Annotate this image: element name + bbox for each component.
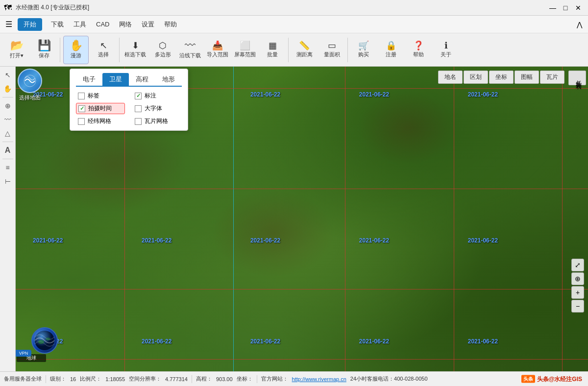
about-button[interactable]: ℹ 关于 xyxy=(433,36,459,64)
dropdown-tab-terrain[interactable]: 地形 xyxy=(155,73,182,86)
left-sidebar: ↖ ✋ ⊕ 〰 △ A ≡ ⊢ xyxy=(0,67,16,371)
hamburger-button[interactable]: ☰ xyxy=(2,18,16,31)
hamburger-icon: ☰ xyxy=(5,20,12,29)
coord-label: 坐标： xyxy=(237,375,253,383)
line-download-button[interactable]: 〰 沿线下载 xyxy=(177,36,203,64)
dropdown-tab-satellite[interactable]: 卫星 xyxy=(102,73,129,86)
option-tile-grid[interactable]: 瓦片网格 xyxy=(133,116,182,126)
sidebar-crosshair-button[interactable]: ⊕ xyxy=(1,99,14,112)
map-zoom-in-button[interactable]: + xyxy=(571,286,584,299)
terrain-patch-2 xyxy=(212,189,334,277)
option-capture-time-text: 拍摄时间 xyxy=(88,104,112,113)
close-button[interactable]: ✕ xyxy=(572,2,584,13)
measure-dist-button[interactable]: 📏 测距离 xyxy=(292,36,317,64)
dropdown-tab-electronic[interactable]: 电子 xyxy=(76,73,102,86)
globe-circle[interactable] xyxy=(31,327,58,354)
menu-network[interactable]: 网络 xyxy=(114,18,137,31)
menu-download[interactable]: 下载 xyxy=(46,18,69,31)
date-label-r3-c2: 2021-06-22 xyxy=(142,338,172,345)
server-label: 备用服务器全球 xyxy=(4,375,42,383)
menu-start-button[interactable]: 开始 xyxy=(18,18,42,31)
menu-help[interactable]: 帮助 xyxy=(159,18,182,31)
option-capture-time[interactable]: 拍摄时间 xyxy=(76,103,125,114)
menubar: ☰ 开始 下载 工具 CAD 网络 设置 帮助 ⋀ xyxy=(0,16,588,33)
sidebar-area-button[interactable]: △ xyxy=(1,127,14,140)
measure-dist-label: 测距离 xyxy=(296,51,313,58)
box-download-button[interactable]: ⬇ 框选下载 xyxy=(122,36,148,64)
buy-button[interactable]: 🛒 购买 xyxy=(351,36,376,64)
checkbox-large-font[interactable] xyxy=(135,105,142,112)
scale-value: 1:18055 xyxy=(105,376,125,382)
toolbar-sep-1 xyxy=(60,38,60,62)
sidebar-text-button[interactable]: A xyxy=(1,144,14,157)
option-annotation[interactable]: 标注 xyxy=(133,91,182,101)
sidebar-pointer-button[interactable]: ↖ xyxy=(1,69,14,81)
task-list-button[interactable]: 任务列表 xyxy=(568,71,586,85)
maximize-button[interactable]: □ xyxy=(560,2,571,13)
terrain-patch-3 xyxy=(359,91,457,165)
vpn-badge[interactable]: VPN xyxy=(16,350,31,357)
menu-cad[interactable]: CAD xyxy=(91,19,114,30)
select-map-label: 选择地图 xyxy=(19,94,41,101)
measure-area-button[interactable]: ▭ 量面积 xyxy=(319,36,344,64)
map-tab-placename[interactable]: 地名 xyxy=(438,71,463,84)
map-area[interactable]: 2021-06-22 2021-06-22 2021-06-22 2021-06… xyxy=(16,67,588,371)
map-tab-sheet[interactable]: 图幅 xyxy=(514,71,539,84)
website-label: 官方网站： xyxy=(261,375,288,383)
import-range-button[interactable]: 📥 导入范围 xyxy=(205,36,230,64)
screen-range-button[interactable]: ⬜ 屏幕范围 xyxy=(232,36,258,64)
open-button[interactable]: 📂 打开▾ xyxy=(4,36,29,64)
map-zoom-out-button[interactable]: − xyxy=(571,300,584,313)
register-button[interactable]: 🔒 注册 xyxy=(378,36,404,64)
select-map-wrapper: 选择地图 xyxy=(18,69,42,101)
website-link[interactable]: http://www.rivermap.cn xyxy=(292,376,346,382)
help-button[interactable]: ❓ 帮助 xyxy=(406,36,431,64)
map-compass-button[interactable]: ⊕ xyxy=(571,272,584,285)
level-label: 级别： xyxy=(50,375,66,383)
menu-tools[interactable]: 工具 xyxy=(69,18,91,31)
collapse-button[interactable]: ⋀ xyxy=(573,19,586,30)
grid-v-5 xyxy=(562,67,563,371)
pan-icon: ✋ xyxy=(70,40,83,51)
map-tab-region[interactable]: 区划 xyxy=(464,71,488,84)
sidebar-ruler-button[interactable]: ⊢ xyxy=(1,175,14,188)
sidebar-hand-button[interactable]: ✋ xyxy=(1,82,14,95)
dropdown-tab-elevation[interactable]: 高程 xyxy=(129,73,155,86)
checkbox-annotation[interactable] xyxy=(135,93,142,99)
app-title: 水经微图 4.0 [专业版已授权] xyxy=(16,3,89,12)
select-map-logo[interactable] xyxy=(18,69,42,93)
polygon-button[interactable]: ⬡ 多边形 xyxy=(150,36,175,64)
sidebar-sep-2 xyxy=(2,142,13,142)
map-tab-coord[interactable]: 坐标 xyxy=(489,71,514,84)
save-button[interactable]: 💾 保存 xyxy=(31,36,57,64)
globe-area: 地球 xyxy=(31,327,61,357)
select-map-panel: 选择地图 xyxy=(18,69,42,101)
option-large-font[interactable]: 大字体 xyxy=(133,103,182,114)
measure-area-label: 量面积 xyxy=(324,51,340,58)
menu-settings[interactable]: 设置 xyxy=(137,18,159,31)
sidebar-layers-button[interactable]: ≡ xyxy=(1,161,14,174)
option-lat-grid[interactable]: 经纬网格 xyxy=(76,116,125,126)
box-download-label: 框选下载 xyxy=(124,51,146,58)
svg-point-3 xyxy=(38,340,44,344)
pan-button[interactable]: ✋ 漫游 xyxy=(63,36,89,64)
bottom-sep-1 xyxy=(46,375,46,383)
batch-button[interactable]: ▦ 批量 xyxy=(260,36,285,64)
bottom-sep-3 xyxy=(257,375,257,383)
select-button[interactable]: ↖ 选择 xyxy=(91,36,116,64)
checkbox-label[interactable] xyxy=(78,93,85,99)
checkbox-tile-grid[interactable] xyxy=(135,118,142,125)
map-expand-button[interactable]: ⤢ xyxy=(571,259,584,271)
minimize-button[interactable]: — xyxy=(547,2,559,13)
sidebar-measure-button[interactable]: 〰 xyxy=(1,113,14,126)
select-icon: ↖ xyxy=(100,41,107,50)
option-label-text: 标签 xyxy=(88,92,99,100)
map-tab-tile[interactable]: 瓦片 xyxy=(540,71,564,84)
dropdown-tabs: 电子 卫星 高程 地形 xyxy=(76,73,182,87)
scale-label: 比例尺： xyxy=(80,375,101,383)
grid-v-3 xyxy=(345,67,345,371)
checkbox-capture-time[interactable] xyxy=(78,105,85,112)
polygon-label: 多边形 xyxy=(155,51,171,58)
checkbox-lat-grid[interactable] xyxy=(78,118,85,125)
option-label[interactable]: 标签 xyxy=(76,91,125,101)
